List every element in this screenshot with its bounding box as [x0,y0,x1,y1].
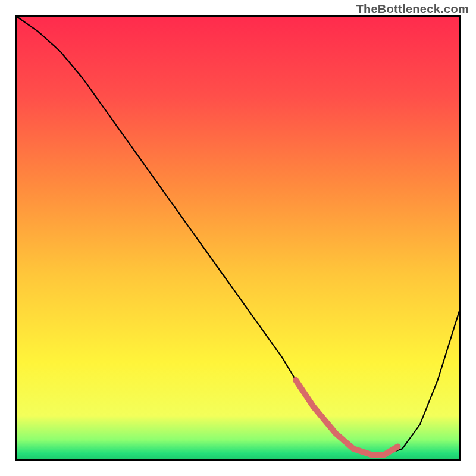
plot-background [16,16,460,460]
bottleneck-chart: TheBottleneck.com [0,0,476,476]
watermark-text: TheBottleneck.com [356,2,469,16]
chart-svg [0,0,476,476]
